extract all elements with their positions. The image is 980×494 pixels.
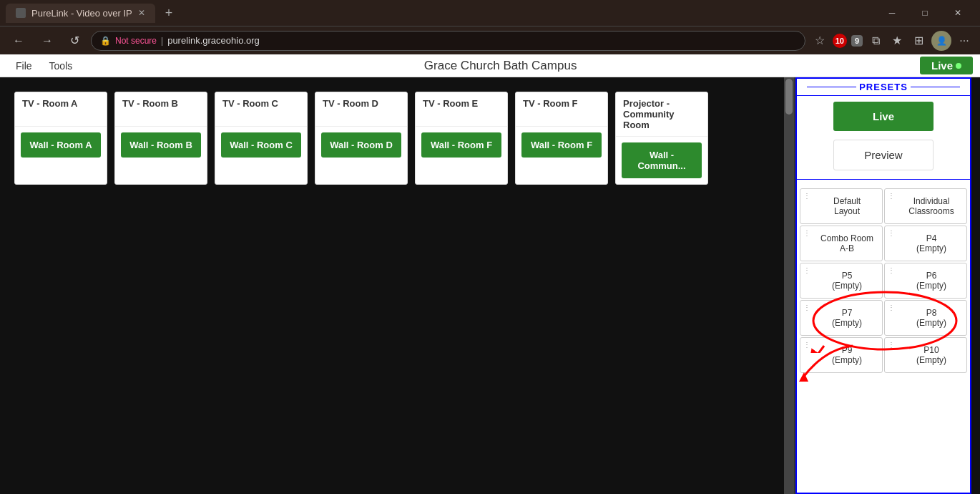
preset-label-1: Individual Classrooms [908, 196, 954, 216]
menu-file[interactable]: File [7, 57, 41, 74]
preset-label-6: P7 (Empty) [832, 308, 862, 328]
browser-titlebar: PureLink - Video over IP ✕ + ─ □ ✕ [0, 0, 980, 26]
room-body-d: Wall - Room D [315, 127, 407, 163]
favorites-icon[interactable]: ★ [888, 32, 906, 49]
bookmark-icon[interactable]: ☆ [811, 32, 828, 49]
room-body-community: Wall - Commun... [616, 137, 707, 184]
room-grid-area: TV - Room A Wall - Room A TV - Room B Wa… [0, 77, 794, 494]
room-card-e: TV - Room E Wall - Room F [415, 92, 508, 185]
profile-icon[interactable]: 👤 [931, 31, 951, 51]
browser-tab[interactable]: PureLink - Video over IP ✕ [6, 4, 155, 23]
extensions-icon[interactable]: ⧉ [867, 32, 884, 49]
presets-header: PRESETS [797, 79, 970, 96]
preset-label-7: P8 (Empty) [916, 308, 946, 328]
room-card-b: TV - Room B Wall - Room B [114, 92, 207, 185]
tab-close-button[interactable]: ✕ [138, 8, 145, 18]
preset-item-0[interactable]: ⋮ Default Layout [800, 188, 883, 224]
preset-live-button[interactable]: Live [833, 102, 934, 131]
room-button-f[interactable]: Wall - Room F [521, 132, 602, 158]
preset-label-3: P4 (Empty) [916, 233, 946, 253]
preset-item-8[interactable]: ⋮ P9 (Empty) [800, 337, 883, 373]
preset-dots-7: ⋮ [888, 305, 894, 311]
room-button-community[interactable]: Wall - Commun... [622, 142, 702, 178]
right-panel: PRESETS Live Preview ⋮ Default Layout [794, 77, 980, 494]
maximize-button[interactable]: □ [908, 0, 941, 26]
presets-panel: PRESETS Live Preview ⋮ Default Layout [795, 77, 971, 494]
back-button[interactable]: ← [7, 32, 30, 50]
new-tab-button[interactable]: + [161, 6, 177, 21]
app-container: File Tools Grace Church Bath Campus Live… [0, 54, 980, 494]
preset-item-9[interactable]: ⋮ P10 (Empty) [884, 337, 967, 373]
preset-dots-9: ⋮ [888, 342, 894, 348]
room-card-a: TV - Room A Wall - Room A [14, 92, 107, 185]
room-button-d[interactable]: Wall - Room D [321, 132, 401, 158]
refresh-button[interactable]: ↺ [64, 31, 85, 50]
preset-item-2[interactable]: ⋮ Combo Room A-B [800, 226, 883, 261]
room-card-community: Projector - Community Room Wall - Commun… [615, 92, 708, 185]
window-controls: ─ □ ✕ [876, 0, 974, 26]
room-body-b: Wall - Room B [115, 127, 207, 163]
room-card-d: TV - Room D Wall - Room D [315, 92, 408, 185]
app-main: TV - Room A Wall - Room A TV - Room B Wa… [0, 77, 980, 494]
preset-dots-8: ⋮ [803, 342, 810, 348]
preset-item-5[interactable]: ⋮ P6 (Empty) [884, 263, 967, 299]
address-url: purelink.graceohio.org [167, 35, 260, 46]
room-button-a[interactable]: Wall - Room A [21, 132, 101, 158]
room-button-c[interactable]: Wall - Room C [221, 132, 301, 158]
room-area-scrollbar[interactable] [784, 77, 794, 494]
live-badge: Live [920, 57, 973, 74]
collections-icon[interactable]: ⊞ [910, 32, 927, 49]
room-button-e[interactable]: Wall - Room F [421, 132, 501, 158]
room-body-a: Wall - Room A [15, 127, 107, 163]
room-card-c: TV - Room C Wall - Room C [215, 92, 308, 185]
preset-label-2: Combo Room A-B [820, 233, 873, 253]
preset-item-3[interactable]: ⋮ P4 (Empty) [884, 226, 967, 261]
preset-grid: ⋮ Default Layout ⋮ Individual Classrooms… [797, 185, 970, 376]
preset-label-5: P6 (Empty) [916, 271, 946, 291]
room-body-c: Wall - Room C [215, 127, 307, 163]
tab-favicon [16, 8, 26, 18]
browser-addressbar: ← → ↺ 🔒 Not secure | purelink.graceohio.… [0, 26, 980, 54]
live-label: Live [931, 59, 953, 72]
preset-item-4[interactable]: ⋮ P5 (Empty) [800, 263, 883, 299]
preview-button-row: Preview [797, 134, 970, 173]
room-header-f: TV - Room F [516, 92, 607, 127]
room-card-f: TV - Room F Wall - Room F [515, 92, 608, 185]
extension-badge-1[interactable]: 10 [833, 34, 847, 48]
address-bar[interactable]: 🔒 Not secure | purelink.graceohio.org [91, 31, 805, 51]
preset-label-9: P10 (Empty) [916, 345, 946, 365]
live-dot [956, 63, 961, 69]
room-button-b[interactable]: Wall - Room B [121, 132, 201, 158]
preset-item-6[interactable]: ⋮ P7 (Empty) [800, 300, 883, 336]
preset-label-8: P9 (Empty) [832, 345, 862, 365]
live-button-row: Live [797, 96, 970, 134]
preset-item-7[interactable]: ⋮ P8 (Empty) [884, 300, 967, 336]
rooms-row: TV - Room A Wall - Room A TV - Room B Wa… [14, 92, 780, 185]
preset-dots-0: ⋮ [803, 193, 810, 199]
minimize-button[interactable]: ─ [876, 0, 908, 26]
preset-dots-5: ⋮ [888, 268, 894, 273]
preset-item-1[interactable]: ⋮ Individual Classrooms [884, 188, 967, 224]
preset-dots-2: ⋮ [803, 231, 810, 236]
tab-title: PureLink - Video over IP [31, 8, 132, 19]
room-scrollbar-thumb [785, 79, 793, 115]
settings-icon[interactable]: ··· [956, 32, 973, 49]
extension-badge-2[interactable]: 9 [851, 35, 863, 47]
room-header-b: TV - Room B [115, 92, 207, 127]
room-header-c: TV - Room C [215, 92, 307, 127]
not-secure-text: Not secure [115, 36, 157, 46]
app-title: Grace Church Bath Campus [81, 59, 920, 73]
forward-button[interactable]: → [36, 32, 59, 50]
room-body-e: Wall - Room F [416, 127, 507, 163]
preset-preview-button[interactable]: Preview [833, 140, 934, 170]
preset-dots-4: ⋮ [803, 268, 810, 273]
app-menubar: File Tools Grace Church Bath Campus Live [0, 54, 980, 77]
toolbar-icons: ☆ 10 9 ⧉ ★ ⊞ 👤 ··· [811, 31, 973, 51]
not-secure-label: 🔒 [100, 36, 111, 46]
preset-label-0: Default Layout [833, 196, 861, 216]
preset-dots-6: ⋮ [803, 305, 810, 311]
room-body-f: Wall - Room F [516, 127, 607, 163]
room-header-a: TV - Room A [15, 92, 107, 127]
menu-tools[interactable]: Tools [41, 57, 82, 74]
close-button[interactable]: ✕ [941, 0, 974, 26]
